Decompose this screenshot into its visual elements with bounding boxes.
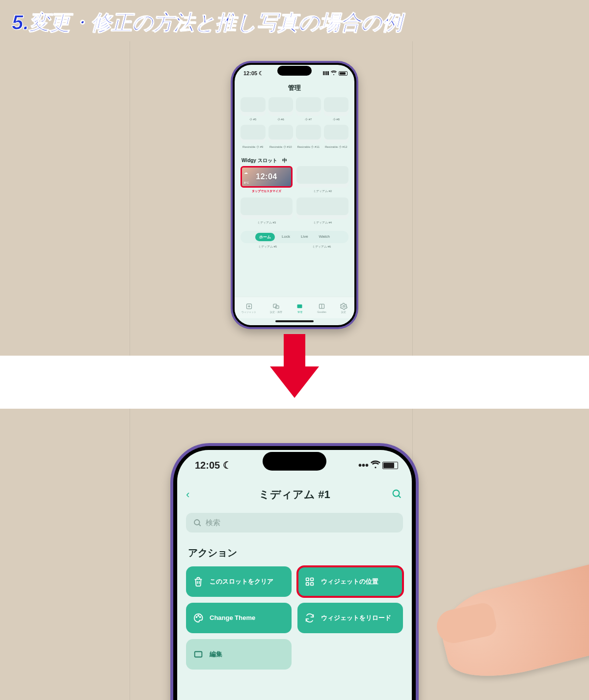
tab-settings[interactable]: 設定 [340, 303, 348, 313]
wifi-icon [371, 459, 380, 472]
medium-slot[interactable] [241, 197, 293, 219]
action-change-theme[interactable]: Change Theme [186, 603, 292, 633]
resizable-slot[interactable] [324, 125, 349, 143]
medium-slot[interactable] [296, 197, 348, 219]
pointing-finger [434, 560, 589, 689]
svg-rect-2 [275, 306, 279, 308]
section-label: Widgy スロット 中 [241, 157, 354, 164]
search-input[interactable]: 検索 [186, 513, 403, 532]
svg-rect-9 [311, 578, 314, 581]
widget-temp: 8°C [244, 181, 249, 184]
action-clear-slot[interactable]: このスロットをクリア [186, 566, 292, 597]
segment-lock[interactable]: Lock [278, 233, 294, 241]
grid-icon [304, 576, 315, 587]
widget-preview-selected[interactable]: ☁︎ 12:04 8°C [241, 166, 293, 188]
trash-icon [193, 576, 204, 587]
resizable-slot[interactable] [268, 125, 294, 143]
wifi-icon [331, 70, 337, 77]
svg-rect-10 [306, 583, 309, 586]
action-widget-position[interactable]: ウィジェットの位置 [297, 566, 403, 597]
section-header: アクション [188, 546, 412, 560]
dynamic-island [277, 66, 312, 76]
search-icon [193, 518, 202, 527]
svg-point-12 [196, 616, 197, 617]
tab-save[interactable]: 設定・保存 [270, 303, 282, 313]
svg-point-14 [200, 616, 201, 617]
svg-rect-3 [297, 304, 302, 308]
screen-title: 管理 [235, 84, 354, 92]
battery-icon [382, 462, 398, 469]
edit-icon [193, 649, 204, 660]
phone-frame-large: 12:05 ☾ ••• ‹ ミディアム #1 検索 [170, 443, 419, 700]
svg-rect-8 [306, 578, 309, 581]
svg-rect-11 [311, 583, 314, 586]
segment-control[interactable]: ホーム Lock Live Watch [241, 231, 348, 243]
search-button[interactable] [391, 488, 402, 502]
dynamic-island [263, 452, 326, 471]
stage-top: 12:05 ☾ 管理 小 #5 小 #6 小 #7 小 #8 Res [0, 41, 589, 356]
tab-goodies[interactable]: Goodies [317, 303, 326, 313]
nav-bar: ‹ ミディアム #1 [177, 483, 412, 506]
widget-time: 12:04 [242, 168, 291, 186]
stage-bottom: 12:05 ☾ ••• ‹ ミディアム #1 検索 [0, 409, 589, 700]
small-slot[interactable] [296, 97, 321, 116]
home-indicator [275, 320, 314, 322]
svg-rect-15 [195, 652, 202, 657]
palette-icon [193, 613, 204, 623]
nav-title: ミディアム #1 [259, 487, 330, 502]
action-reload-widget[interactable]: ウィジェットをリロード [297, 603, 403, 633]
svg-point-7 [194, 520, 200, 525]
svg-point-13 [198, 616, 199, 616]
resizable-slot[interactable] [241, 125, 266, 143]
medium-slot[interactable] [296, 166, 348, 188]
action-edit[interactable]: 編集 [186, 639, 292, 670]
segment-home[interactable]: ホーム [255, 233, 275, 241]
signal-icon [323, 71, 329, 75]
phone-frame: 12:05 ☾ 管理 小 #5 小 #6 小 #7 小 #8 Res [231, 61, 358, 329]
battery-icon [339, 71, 348, 76]
small-slot[interactable] [268, 97, 294, 116]
tab-manage[interactable]: 管理 [296, 303, 303, 313]
arrow-down [0, 356, 589, 409]
segment-watch[interactable]: Watch [315, 233, 334, 241]
resizable-slot[interactable] [296, 125, 321, 143]
svg-point-6 [393, 490, 400, 496]
segment-live[interactable]: Live [297, 233, 312, 241]
search-placeholder: 検索 [206, 518, 220, 528]
small-slot[interactable] [324, 97, 349, 116]
back-button[interactable]: ‹ [186, 488, 189, 501]
tab-bar: ウィジェット 設定・保存 管理 Goodies 設定 [235, 297, 354, 318]
page-title: 5.変更・修正の方法と推し写真の場合の例 [0, 0, 589, 41]
small-slot[interactable] [241, 97, 266, 116]
tab-create[interactable]: ウィジェット [241, 303, 256, 313]
reload-icon [304, 613, 315, 623]
svg-point-5 [343, 305, 345, 307]
